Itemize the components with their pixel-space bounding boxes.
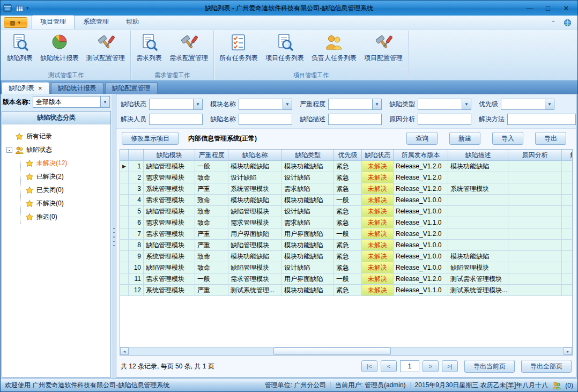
doc-tab-defect-config[interactable]: 缺陷配置管理 (105, 82, 158, 94)
scroll-left-icon[interactable]: ◄ (120, 347, 129, 355)
horizontal-scrollbar[interactable]: ◄ ► (120, 347, 572, 355)
filter-defect-desc-input[interactable] (328, 114, 382, 125)
table-row[interactable]: 8缺陷管理模块严重缺陷管理模块模块功能缺陷紧急未解决Release_V1.0.0 (120, 240, 572, 251)
tree-item-resolved[interactable]: 已解决(2) (25, 170, 108, 183)
grid-column-header[interactable]: 解决方法 (562, 150, 572, 161)
grid-column-header[interactable]: 缺陷状态 (362, 150, 394, 161)
filter-defect-name-input[interactable] (239, 114, 292, 125)
last-page-button[interactable]: >| (442, 360, 458, 372)
table-row[interactable]: 11需求管理模块一般需求管理模块用户界面缺陷一般未解决Release_V1.2.… (120, 273, 572, 285)
filter-defect-status-combo[interactable]: ▼ (149, 99, 203, 110)
export-all-pages-button[interactable]: 导出全部页 (521, 360, 572, 373)
ribbon-button-defect-report[interactable]: 缺陷统计报表 (36, 31, 83, 71)
grid-cell: 致命 (195, 251, 228, 262)
table-row[interactable]: 6需求管理模块致命需求管理模块需求缺陷紧急未解决Release_V1.1.0 (120, 217, 572, 228)
page-number-input[interactable] (400, 360, 419, 372)
new-button[interactable]: 新建 (449, 132, 480, 145)
grid-cell (562, 262, 572, 273)
ribbon-collapse-icon[interactable]: ⌃ (549, 18, 558, 27)
filter-defect-type-combo[interactable]: ▼ (418, 99, 471, 110)
grid-column-header[interactable]: 优先级 (334, 150, 362, 161)
grid-column-header[interactable]: 严重程度 (195, 150, 228, 161)
online-users-icon[interactable] (552, 381, 561, 390)
grid-column-header[interactable]: 所属发布版本 (394, 150, 448, 161)
filter-severity-combo[interactable]: ▼ (328, 99, 382, 110)
prev-page-button[interactable]: < (381, 360, 397, 372)
ribbon-button-defect-list[interactable]: 缺陷列表 (3, 31, 36, 71)
grid-column-header[interactable]: 缺陷描述 (448, 150, 508, 161)
import-button[interactable]: 导入 (492, 132, 523, 145)
table-row[interactable]: 2需求管理模块致命设计缺陷设计缺陷紧急未解决Release_V1.2.0 (120, 172, 572, 183)
doc-tab-defect-report[interactable]: 缺陷统计报表 (51, 82, 103, 94)
filter-solution-input[interactable] (507, 114, 576, 125)
table-row[interactable]: 7需求管理模块严重用户界面缺陷用户界面缺陷一般未解决Release_V1.2.0 (120, 228, 572, 240)
tree-item-label: 缺陷状态 (26, 145, 52, 154)
tree-item-unresolved[interactable]: 未解决(12) (25, 157, 108, 170)
quick-access-dropdown-icon[interactable]: ▾ (26, 5, 29, 11)
table-row[interactable]: 5缺陷管理模块致命缺陷管理模块设计缺陷紧急未解决Release_V1.0.0 (120, 206, 572, 217)
chevron-down-icon[interactable]: ▼ (372, 99, 381, 109)
close-button[interactable]: ✕ (557, 2, 575, 14)
minimize-button[interactable]: — (521, 2, 539, 14)
row-indicator (120, 217, 129, 228)
table-row[interactable]: 3系统管理模块严重系统管理模块需求缺陷紧急未解决Release_V1.2.0系统… (120, 183, 572, 195)
ribbon-button-label: 缺陷列表 (7, 54, 33, 63)
grid-column-header[interactable]: 缺陷名称 (228, 150, 282, 161)
chevron-down-icon[interactable]: ▼ (193, 99, 202, 109)
grid-cell: 用户界面缺陷 (228, 228, 282, 240)
star-icon (25, 159, 34, 168)
collapse-icon[interactable]: - (6, 147, 12, 153)
filter-cause-analysis-input[interactable] (418, 114, 471, 125)
ribbon-tab-project[interactable]: 项目管理 (32, 15, 75, 29)
chevron-down-icon[interactable]: ▼ (283, 99, 292, 109)
grid-cell: 缺陷管理模块 (144, 161, 195, 172)
filter-priority-combo[interactable]: ▼ (501, 99, 554, 110)
grid-column-header[interactable]: 原因分析 (508, 150, 562, 161)
maximize-button[interactable]: □ (539, 2, 557, 14)
chevron-down-icon[interactable]: ▼ (545, 99, 554, 109)
chevron-down-icon[interactable]: ▼ (100, 97, 109, 107)
tree-item-defect-status[interactable]: -缺陷状态 (6, 143, 108, 157)
about-globe-icon[interactable] (562, 18, 572, 27)
first-page-button[interactable]: |< (361, 360, 377, 372)
close-icon[interactable]: × (38, 85, 42, 92)
export-button[interactable]: 导出 (535, 132, 566, 145)
chevron-down-icon[interactable]: ▼ (462, 99, 471, 109)
tree-item-closed[interactable]: 已关闭(0) (25, 183, 108, 197)
grid-cell: 模块功能缺陷 (448, 161, 508, 172)
ribbon-tab-system[interactable]: 系统管理 (75, 15, 117, 29)
scroll-right-icon[interactable]: ► (564, 347, 572, 355)
next-page-button[interactable]: > (423, 360, 439, 372)
ribbon-button-req-list[interactable]: 需求列表 (132, 31, 166, 71)
version-combo[interactable]: 全部版本 ▼ (33, 96, 110, 108)
export-current-page-button[interactable]: 导出当前页 (464, 360, 515, 373)
table-row[interactable]: 12系统管理模块严重测试系统管理...模块功能缺陷紧急未解决Release_V1… (120, 285, 572, 296)
grid-cell (508, 172, 562, 183)
tree-item-all-records[interactable]: 所有记录 (6, 130, 108, 143)
ribbon-button-project-config[interactable]: 项目配置管理 (360, 31, 406, 71)
grid-column-header[interactable]: 缺陷模块 (144, 150, 195, 161)
modify-display-items-button[interactable]: 修改显示项目 (122, 132, 179, 145)
quick-access-table-icon[interactable] (14, 3, 24, 13)
tree-item-wontfix[interactable]: 不解决(0) (25, 197, 108, 210)
filter-module-name-combo[interactable]: ▼ (239, 99, 292, 110)
table-row[interactable]: 4需求管理模块致命模块功能缺陷模块功能缺陷一般未解决Release_V1.0.0 (120, 195, 572, 206)
ribbon-button-test-config[interactable]: 测试配置管理 (83, 31, 129, 71)
sidebar-splitter[interactable] (112, 94, 116, 379)
ribbon-button-req-config[interactable]: 需求配置管理 (166, 31, 212, 71)
grid-column-header[interactable]: 缺陷类型 (282, 150, 334, 161)
table-row[interactable]: 9系统管理模块致命模块功能缺陷模块功能缺陷紧急未解决Release_V1.0.0… (120, 251, 572, 262)
ribbon-group-req-mgmt: 需求列表需求配置管理需求管理工作 (131, 31, 214, 80)
table-row[interactable]: 10缺陷管理模块致命缺陷管理模块设计缺陷紧急未解决Release_V1.0.0缺… (120, 262, 572, 273)
scrollbar-thumb[interactable] (273, 347, 391, 355)
query-button[interactable]: 查询 (406, 132, 438, 145)
table-row[interactable]: ▶1缺陷管理模块一般模块功能缺陷模块功能缺陷紧急未解决Release_V1.2.… (120, 161, 572, 172)
filter-resolver-input[interactable] (149, 114, 203, 125)
ribbon-button-project-tasks[interactable]: 项目任务列表 (262, 31, 308, 71)
application-menu-button[interactable]: ▦ ▼ (4, 17, 27, 28)
ribbon-button-owner-tasks[interactable]: 负责人任务列表 (308, 31, 360, 71)
ribbon-button-all-tasks[interactable]: 所有任务列表 (216, 31, 262, 71)
tree-item-postponed[interactable]: 推迟(0) (25, 210, 108, 224)
doc-tab-defect-list[interactable]: 缺陷列表× (2, 82, 49, 94)
ribbon-tab-help[interactable]: 帮助 (117, 15, 147, 29)
